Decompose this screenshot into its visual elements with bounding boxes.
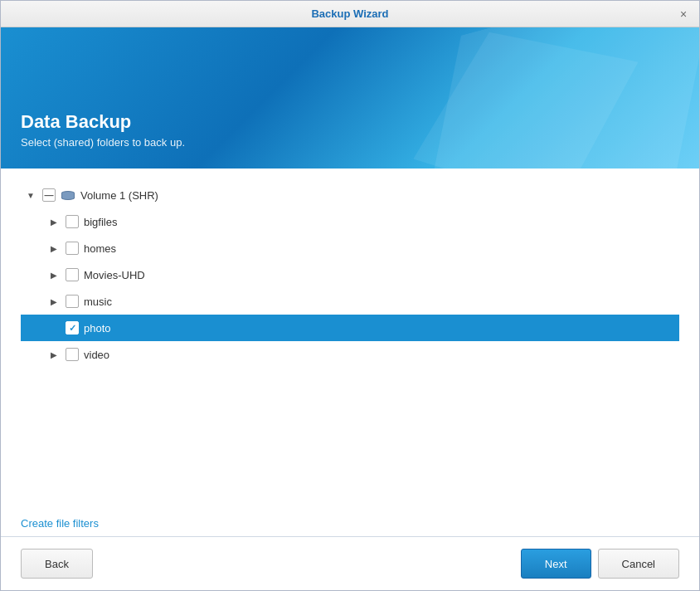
close-button[interactable]: × [676, 7, 691, 22]
video-label: video [84, 349, 109, 361]
cancel-button[interactable]: Cancel [598, 549, 679, 579]
video-checkbox[interactable] [66, 348, 79, 361]
homes-checkbox[interactable] [66, 242, 79, 255]
tree-volume-row[interactable]: Volume 1 (SHR) [21, 182, 679, 208]
page-title: Data Backup [21, 111, 185, 133]
Movies-UHD-checkbox[interactable] [66, 268, 79, 281]
title-bar: Backup Wizard × [1, 1, 699, 27]
homes-toggle-icon[interactable] [47, 242, 61, 255]
folder-tree: Volume 1 (SHR) bigfileshomesMovies-UHDmu… [21, 182, 679, 507]
content-area: Volume 1 (SHR) bigfileshomesMovies-UHDmu… [1, 169, 699, 590]
tree-item-bigfiles[interactable]: bigfiles [21, 208, 679, 235]
volume-label: Volume 1 (SHR) [80, 189, 158, 202]
page-subtitle: Select (shared) folders to back up. [21, 136, 185, 149]
tree-item-Movies-UHD[interactable]: Movies-UHD [21, 261, 679, 288]
back-button[interactable]: Back [21, 549, 93, 579]
backup-wizard-window: Backup Wizard × Data Backup Select (shar… [0, 0, 700, 591]
photo-label: photo [84, 322, 111, 335]
tree-item-video[interactable]: video [21, 341, 679, 368]
Movies-UHD-toggle-icon[interactable] [47, 268, 61, 281]
bigfiles-label: bigfiles [84, 216, 117, 228]
folder-items-container: bigfileshomesMovies-UHDmusicphotovideo [21, 208, 679, 368]
video-toggle-icon[interactable] [47, 348, 61, 361]
window-title: Backup Wizard [311, 7, 388, 20]
music-toggle-icon[interactable] [47, 295, 61, 308]
tree-item-music[interactable]: music [21, 288, 679, 315]
bigfiles-toggle-icon[interactable] [47, 215, 61, 228]
Movies-UHD-label: Movies-UHD [84, 269, 145, 281]
footer-link-area: Create file filters [21, 507, 679, 536]
tree-item-photo[interactable]: photo [21, 315, 679, 341]
footer-buttons: Back Next Cancel [21, 537, 679, 590]
bigfiles-checkbox[interactable] [66, 215, 79, 228]
create-file-filters-link[interactable]: Create file filters [21, 517, 99, 530]
music-checkbox[interactable] [66, 295, 79, 308]
photo-checkbox[interactable] [66, 321, 79, 335]
header-text: Data Backup Select (shared) folders to b… [21, 111, 185, 149]
volume-toggle-icon[interactable] [24, 188, 37, 202]
next-button[interactable]: Next [521, 549, 591, 579]
music-label: music [84, 296, 112, 308]
database-icon [61, 188, 75, 203]
header-banner: Data Backup Select (shared) folders to b… [1, 27, 699, 169]
homes-label: homes [84, 242, 116, 255]
volume-checkbox[interactable] [42, 188, 56, 202]
tree-item-homes[interactable]: homes [21, 235, 679, 261]
footer-right-buttons: Next Cancel [521, 549, 679, 579]
